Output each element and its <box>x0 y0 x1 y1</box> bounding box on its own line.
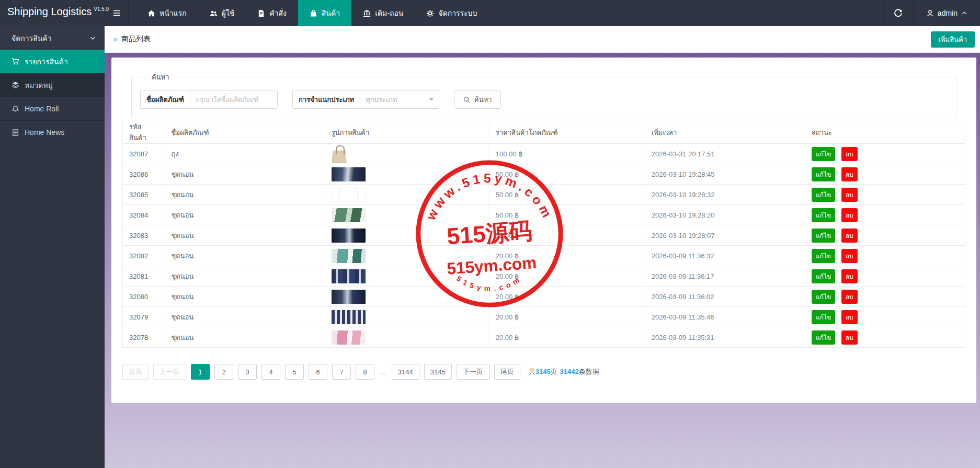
delete-button[interactable]: ลบ <box>841 147 858 161</box>
sidebar-item-label: Home Roll <box>25 105 59 113</box>
product-thumbnail <box>332 310 366 324</box>
delete-button[interactable]: ลบ <box>841 229 858 243</box>
edit-button[interactable]: แก้ไข <box>812 208 835 222</box>
nav-item-products[interactable]: สินค้า <box>298 0 351 26</box>
product-id: 32079 <box>123 307 165 327</box>
delete-button[interactable]: ลบ <box>841 167 858 181</box>
category-group: การจำแนกประเภท ทุกประเภท <box>292 90 439 109</box>
page-number-button[interactable]: 1 <box>191 364 210 380</box>
delete-button[interactable]: ลบ <box>841 188 858 202</box>
product-added-time: 2026-03-10 19:28:20 <box>645 205 805 225</box>
page-number-button[interactable]: 3144 <box>392 364 419 380</box>
column-header-status: สถานะ <box>805 121 965 144</box>
table-row: 32080 ชุดนอน 20.00 ฿ 2026-03-09 11:36:02… <box>123 287 965 307</box>
delete-button[interactable]: ลบ <box>841 269 858 283</box>
sidebar-item-home-news[interactable]: Home News <box>0 120 105 144</box>
page-number-button[interactable]: 3 <box>238 364 257 380</box>
edit-button[interactable]: แก้ไข <box>812 310 835 324</box>
nav-item-orders[interactable]: คำสั่ง <box>246 0 298 26</box>
delete-button[interactable]: ลบ <box>841 310 858 324</box>
product-name: ชุดนอน <box>165 266 325 287</box>
edit-button[interactable]: แก้ไข <box>812 330 835 345</box>
product-name: ชุดนอน <box>165 327 325 348</box>
sidebar-item-label: Home News <box>25 128 64 136</box>
page-number-button[interactable]: 8 <box>356 364 374 380</box>
page-number-button[interactable]: 3145 <box>424 364 452 380</box>
edit-button[interactable]: แก้ไข <box>812 229 835 243</box>
nav-item-label: หน้าแรก <box>159 7 187 19</box>
chevron-down-icon <box>89 35 96 41</box>
news-icon <box>12 129 19 136</box>
page-number-button[interactable]: 7 <box>332 364 351 380</box>
search-panel: ค้นหา ชื่อผลิตภัณฑ์ การจำแนกประเภท ทุกปร… <box>131 72 956 118</box>
content-card: ค้นหา ชื่อผลิตภัณฑ์ การจำแนกประเภท ทุกปร… <box>111 58 976 403</box>
product-added-time: 2026-03-10 19:28:32 <box>645 185 805 205</box>
user-menu[interactable]: admin <box>914 0 980 26</box>
product-thumbnail <box>332 208 366 222</box>
product-added-time: 2026-03-09 11:36:32 <box>645 246 805 266</box>
delete-button[interactable]: ลบ <box>841 330 858 345</box>
edit-button[interactable]: แก้ไข <box>812 290 835 304</box>
refresh-button[interactable] <box>883 0 914 26</box>
delete-button[interactable]: ลบ <box>841 249 858 263</box>
page-number-button[interactable]: 5 <box>285 364 304 380</box>
next-page-button[interactable]: 下一页 <box>457 364 489 380</box>
category-label: การจำแนกประเภท <box>292 90 360 109</box>
cart-icon <box>12 58 19 65</box>
nav-item-home[interactable]: หน้าแรก <box>136 0 198 26</box>
bank-icon <box>363 9 371 17</box>
sidebar-toggle-button[interactable] <box>105 0 129 26</box>
search-button[interactable]: ค้นหา <box>454 90 500 109</box>
table-row: 32082 ชุดนอน 20.00 ฿ 2026-03-09 11:36:32… <box>123 246 965 266</box>
delete-button[interactable]: ลบ <box>841 290 858 304</box>
bag-icon <box>310 9 317 17</box>
edit-button[interactable]: แก้ไข <box>812 269 835 283</box>
sidebar-item-product-list[interactable]: รายการสินค้า <box>0 50 105 73</box>
layers-icon <box>12 81 19 89</box>
product-price: 100.00 ฿ <box>489 144 645 164</box>
product-name: ชุดนอน <box>165 185 325 205</box>
sidebar-group-label: จัดการสินค้า <box>12 32 52 44</box>
app-title: Shipping Logistics <box>7 6 92 18</box>
product-id: 32083 <box>123 225 165 246</box>
sidebar-item-label: หมวดหมู่ <box>25 79 53 91</box>
product-name-group: ชื่อผลิตภัณฑ์ <box>140 90 278 109</box>
breadcrumb-symbol: » <box>113 35 118 44</box>
page-title: 商品列表 <box>121 35 151 44</box>
product-table-body: 32087 ถุง 100.00 ฿ 2026-03-31 20:17:51 แ… <box>123 144 965 348</box>
app-brand: Shipping Logistics V1.5.9 <box>0 0 105 26</box>
add-product-button[interactable]: เพิ่มสินค้า <box>931 31 975 48</box>
product-added-time: 2026-03-31 20:17:51 <box>645 144 805 164</box>
nav-item-system[interactable]: จัดการระบบ <box>415 0 488 26</box>
product-name: ชุดนอน <box>165 307 325 327</box>
page-number-button[interactable]: 4 <box>261 364 280 380</box>
page-number-button[interactable]: 2 <box>214 364 233 380</box>
page-number-button[interactable]: 6 <box>309 364 327 380</box>
edit-button[interactable]: แก้ไข <box>812 147 835 161</box>
product-added-time: 2026-03-09 11:35:31 <box>645 327 805 348</box>
product-price: 20.00 ฿ <box>489 327 645 348</box>
sidebar-item-home-roll[interactable]: Home Roll <box>0 97 105 120</box>
sidebar-item-categories[interactable]: หมวดหมู่ <box>0 73 105 97</box>
nav-item-users[interactable]: ผู้ใช้ <box>198 0 246 26</box>
category-select[interactable]: ทุกประเภท <box>360 90 439 109</box>
main-area: » 商品列表 เพิ่มสินค้า ค้นหา ชื่อผลิตภัณฑ์ ก… <box>105 26 980 468</box>
edit-button[interactable]: แก้ไข <box>812 188 835 202</box>
edit-button[interactable]: แก้ไข <box>812 167 835 181</box>
bell-icon <box>12 105 19 113</box>
nav-item-label: คำสั่ง <box>269 7 287 19</box>
nav-item-deposit-withdraw[interactable]: เติม-ถอน <box>351 0 415 26</box>
gears-icon <box>426 9 434 17</box>
delete-button[interactable]: ลบ <box>841 208 858 222</box>
column-header-id: รหัสสินค้า <box>123 121 165 144</box>
pagination: 首页 上一页 12345678...31443145 下一页 尾页 共3145页… <box>122 364 965 380</box>
product-price: 50.00 ฿ <box>489 185 645 205</box>
product-name-input[interactable] <box>190 90 278 109</box>
menu-icon <box>112 9 121 17</box>
product-thumbnail <box>332 290 366 304</box>
product-thumbnail <box>332 145 347 163</box>
last-page-button[interactable]: 尾页 <box>494 364 520 380</box>
edit-button[interactable]: แก้ไข <box>812 249 835 263</box>
product-price: 50.00 ฿ <box>489 225 645 246</box>
sidebar-group-product-management[interactable]: จัดการสินค้า <box>0 26 105 50</box>
